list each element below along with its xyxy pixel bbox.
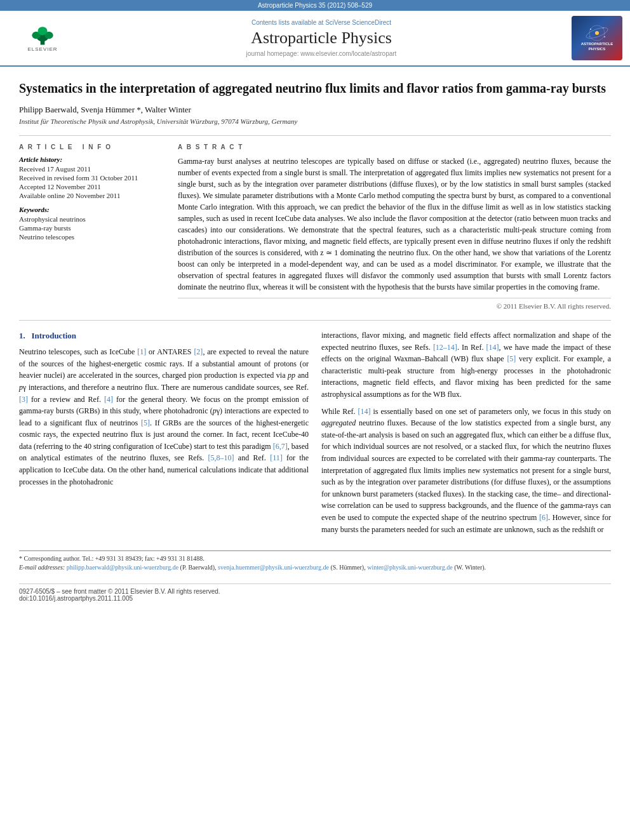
ref-5b: [5] [507, 354, 516, 363]
intro-paragraph-right-2: While Ref. [14] is essentially based on … [321, 406, 611, 536]
sciverse-link: Contents lists available at SciVerse Sci… [77, 19, 565, 26]
left-body-col: 1. Introduction Neutrino telescopes, suc… [19, 330, 309, 540]
article-info-col: A R T I C L E I N F O Article history: R… [19, 143, 159, 310]
email-3[interactable]: winter@physik.uni-wuerzburg.de [367, 564, 453, 571]
keyword-1: Astrophysical neutrinos [19, 215, 159, 223]
section-number: 1. [19, 331, 25, 340]
received1: Received 17 August 2011 [19, 165, 159, 173]
footer-notes: * Corresponding author. Tel.: +49 931 31… [19, 550, 611, 571]
article-history-label: Article history: [19, 156, 159, 163]
intro-paragraph-right-1: interactions, flavor mixing, and magneti… [321, 330, 611, 401]
bottom-bar: 0927-6505/$ – see front matter © 2011 El… [19, 583, 611, 602]
article-container: Systematics in the interpretation of agg… [0, 67, 630, 615]
info-columns: A R T I C L E I N F O Article history: R… [19, 135, 611, 310]
received2: Received in revised form 31 October 2011 [19, 174, 159, 182]
sciverse-link-text[interactable]: SciVerse ScienceDirect [325, 19, 391, 26]
keyword-2: Gamma-ray bursts [19, 224, 159, 232]
journal-logo-icon [584, 24, 610, 42]
ref-1214: [12–14] [433, 343, 457, 352]
svg-point-7 [595, 31, 599, 35]
journal-header: ELSEVIER Contents lists available at Sci… [0, 11, 630, 67]
copyright: © 2011 Elsevier B.V. All rights reserved… [178, 298, 611, 310]
journal-logo-text: ASTROPARTICLE PHYSICS [581, 42, 613, 52]
svg-point-10 [604, 36, 605, 37]
email-2[interactable]: svenja.huemmer@physik.uni-wuerzburg.de [218, 564, 329, 571]
article-title: Systematics in the interpretation of agg… [19, 79, 611, 97]
elsevier-logo: ELSEVIER [14, 22, 71, 54]
elsevier-text: ELSEVIER [27, 46, 57, 52]
journal-title-area: Contents lists available at SciVerse Sci… [77, 19, 565, 57]
abstract-col: A B S T R A C T Gamma-ray burst analyses… [178, 143, 611, 310]
affiliation: Institut für Theoretische Physik und Ast… [19, 117, 611, 125]
abstract-text: Gamma-ray burst analyses at neutrino tel… [178, 156, 611, 293]
email-label: E-mail addresses: [19, 564, 65, 571]
ref-14b: [14] [358, 407, 371, 416]
journal-homepage: journal homepage: www.elsevier.com/locat… [77, 50, 565, 57]
right-body-col: interactions, flavor mixing, and magneti… [321, 330, 611, 540]
email-note: E-mail addresses: philipp.baerwald@physi… [19, 564, 611, 571]
elsevier-tree-icon [27, 24, 58, 46]
journal-citation: Astroparticle Physics 35 (2012) 508–529 [258, 2, 372, 9]
section-title: Introduction [32, 331, 77, 340]
accepted: Accepted 12 November 2011 [19, 183, 159, 190]
svg-point-8 [590, 29, 591, 30]
corresponding-note: * Corresponding author. Tel.: +49 931 31… [19, 555, 611, 562]
doi-line: doi:10.1016/j.astropartphys.2011.11.005 [19, 595, 611, 602]
body-columns: 1. Introduction Neutrino telescopes, suc… [19, 320, 611, 540]
intro-paragraph-left: Neutrino telescopes, such as IceCube [1]… [19, 346, 309, 488]
ref-11: [11] [270, 453, 283, 462]
ref-6b: [6] [539, 513, 548, 522]
ref-2: [2] [194, 347, 203, 356]
ref-3: [3] [19, 395, 28, 404]
elsevier-logo-area: ELSEVIER [8, 22, 77, 54]
article-info-label: A R T I C L E I N F O [19, 143, 159, 150]
email-1[interactable]: philipp.baerwald@physik.uni-wuerzburg.de [67, 564, 178, 571]
journal-title: Astroparticle Physics [77, 29, 565, 48]
authors: Philipp Baerwald, Svenja Hümmer *, Walte… [19, 105, 611, 115]
svg-point-11 [589, 37, 589, 37]
author-names: Philipp Baerwald, Svenja Hümmer *, Walte… [19, 105, 191, 114]
ref-5810: [5,8–10] [208, 453, 234, 462]
journal-logo-right: ASTROPARTICLE PHYSICS [565, 16, 622, 60]
keyword-3: Neutrino telescopes [19, 233, 159, 241]
ref-1: [1] [137, 347, 146, 356]
email-text: philipp.baerwald@physik.uni-wuerzburg.de… [67, 564, 486, 571]
ref-14a: [14] [486, 343, 499, 352]
available: Available online 20 November 2011 [19, 192, 159, 199]
journal-bar: Astroparticle Physics 35 (2012) 508–529 [0, 0, 630, 11]
ref-4: [4] [104, 395, 113, 404]
intro-heading: 1. Introduction [19, 330, 309, 342]
svg-point-4 [38, 27, 48, 35]
ref-5: [5] [141, 418, 150, 427]
ref-67: [6,7] [273, 442, 288, 451]
svg-point-9 [603, 27, 604, 29]
issn-line: 0927-6505/$ – see front matter © 2011 El… [19, 588, 611, 595]
abstract-label: A B S T R A C T [178, 143, 611, 150]
astroparticle-logo: ASTROPARTICLE PHYSICS [572, 16, 622, 60]
keywords-label: Keywords: [19, 206, 159, 213]
